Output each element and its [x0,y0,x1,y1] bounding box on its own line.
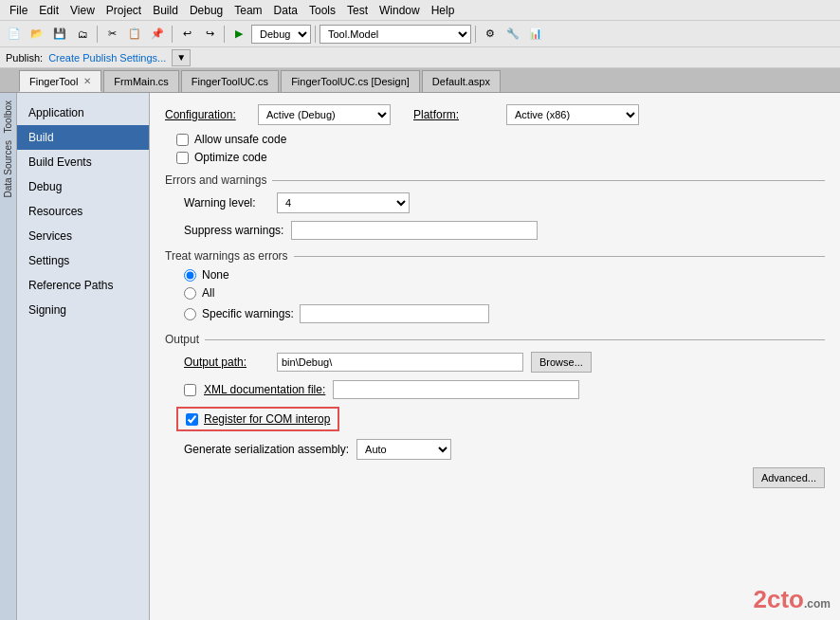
output-line [205,339,825,340]
suppress-warnings-input[interactable] [291,221,538,240]
none-radio[interactable] [184,269,196,282]
menu-tools[interactable]: Tools [303,2,341,19]
sep3 [224,26,225,43]
save-all-btn[interactable]: 🗂 [72,24,93,45]
register-com-label: Register for COM interop [204,412,330,426]
errors-warnings-label: Errors and warnings [165,173,266,187]
sidebar-item-settings[interactable]: Settings [17,248,149,273]
toolbar-extra-btn3[interactable]: 📊 [525,24,546,45]
browse-button[interactable]: Browse... [531,352,592,373]
menu-project[interactable]: Project [100,2,147,19]
menu-file[interactable]: File [4,2,33,19]
sep4 [315,26,316,43]
platform-select[interactable]: Active (x86) [506,104,639,125]
copy-btn[interactable]: 📋 [124,24,145,45]
warning-level-label: Warning level: [184,196,269,210]
specific-warnings-radio[interactable] [184,308,196,320]
paste-btn[interactable]: 📌 [147,24,168,45]
optimize-code-row: Optimize code [176,151,825,164]
open-btn[interactable]: 📂 [27,24,47,45]
menu-window[interactable]: Window [374,2,426,19]
output-label: Output [165,333,199,346]
all-radio[interactable] [184,287,196,300]
menu-debug[interactable]: Debug [184,2,228,19]
undo-btn[interactable]: ↩ [176,24,197,45]
menu-build[interactable]: Build [147,2,184,19]
warning-level-select[interactable]: 4 [277,192,410,213]
publish-settings-btn[interactable]: ▼ [172,49,191,66]
tab-default-aspx[interactable]: Default.aspx [422,70,501,92]
configuration-select[interactable]: Active (Debug) [258,104,391,125]
treat-warnings-section-header: Treat warnings as errors [165,249,825,263]
toolbox-bar: Toolbox Data Sources [0,93,17,620]
toolbar-extra-btn2[interactable]: 🔧 [502,24,523,45]
tab-close-fingertool[interactable]: ✕ [83,76,91,86]
allow-unsafe-code-row: Allow unsafe code [176,133,825,146]
redo-btn[interactable]: ↪ [199,24,220,45]
sep1 [97,26,98,43]
configuration-row: Configuration: Active (Debug) Platform: … [165,104,825,125]
output-path-input[interactable] [277,353,523,372]
allow-unsafe-code-checkbox[interactable] [176,134,189,146]
all-label: All [202,286,214,300]
target-select[interactable]: Tool.Model [320,25,471,44]
specific-warnings-label: Specific warnings: [202,307,294,320]
optimize-code-checkbox[interactable] [176,152,189,164]
sidebar-item-reference-paths[interactable]: Reference Paths [17,273,149,298]
tab-bar: FingerTool ✕ FrmMain.cs FingerToolUC.cs … [0,68,840,93]
none-label: None [202,268,229,282]
sidebar-item-build[interactable]: Build [17,125,149,150]
sidebar-item-application[interactable]: Application [17,100,149,125]
data-sources-label[interactable]: Data Sources [3,137,13,202]
toolbar-extra-btn1[interactable]: ⚙ [480,24,501,45]
save-btn[interactable]: 💾 [49,24,70,45]
generate-serial-select[interactable]: Auto [356,439,451,460]
menu-help[interactable]: Help [426,2,461,19]
start-btn[interactable]: ▶ [228,24,249,45]
sidebar: Application Build Build Events Debug Res… [17,93,150,620]
xml-doc-label: XML documentation file: [204,383,325,396]
publish-bar: Publish: Create Publish Settings... ▼ [0,47,840,68]
warning-level-row: Warning level: 4 [184,192,825,213]
debug-config-select[interactable]: Debug [251,25,311,44]
publish-link[interactable]: Create Publish Settings... [48,52,166,64]
output-path-row: Output path: Browse... [184,352,825,373]
sidebar-item-debug[interactable]: Debug [17,174,149,199]
xml-doc-row: XML documentation file: [184,380,825,399]
new-file-btn[interactable]: 📄 [4,24,25,45]
toolbox-label[interactable]: Toolbox [3,97,13,137]
generate-serial-row: Generate serialization assembly: Auto [184,439,825,460]
menu-edit[interactable]: Edit [33,2,64,19]
configuration-label: Configuration: [165,108,250,121]
output-section-header: Output [165,333,825,346]
register-com-checkbox[interactable] [186,413,198,426]
specific-warnings-input[interactable] [300,304,489,323]
sidebar-item-signing[interactable]: Signing [17,298,149,322]
sidebar-item-services[interactable]: Services [17,224,149,248]
tab-frmmain[interactable]: FrmMain.cs [103,70,178,92]
errors-warnings-section-header: Errors and warnings [165,173,825,187]
xml-doc-checkbox[interactable] [184,384,196,396]
menu-data[interactable]: Data [268,2,303,19]
content-panel: Configuration: Active (Debug) Platform: … [150,93,840,620]
sep2 [172,26,173,43]
sidebar-item-build-events[interactable]: Build Events [17,150,149,174]
tab-fingertooluc[interactable]: FingerToolUC.cs [181,70,279,92]
main-layout: Toolbox Data Sources Application Build B… [0,93,840,620]
specific-warnings-radio-row: Specific warnings: [184,304,825,323]
all-radio-row: All [184,286,825,300]
cut-btn[interactable]: ✂ [101,24,122,45]
allow-unsafe-code-label: Allow unsafe code [194,133,286,146]
advanced-button[interactable]: Advanced... [753,467,825,488]
xml-doc-input[interactable] [333,380,579,399]
tab-fingertool[interactable]: FingerTool ✕ [19,70,101,92]
menu-test[interactable]: Test [341,2,374,19]
sep5 [475,26,476,43]
sidebar-item-resources[interactable]: Resources [17,199,149,224]
publish-label: Publish: [6,52,43,64]
menu-team[interactable]: Team [228,2,267,19]
optimize-code-label: Optimize code [194,151,267,164]
tab-fingertooluc-design[interactable]: FingerToolUC.cs [Design] [281,70,420,92]
menu-view[interactable]: View [64,2,100,19]
treat-warnings-line [294,256,825,257]
